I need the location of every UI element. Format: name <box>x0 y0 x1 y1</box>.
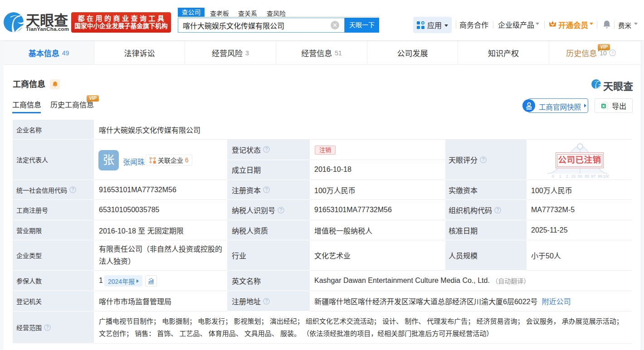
svg-text:?: ? <box>497 207 499 212</box>
svg-text:2: 2 <box>566 174 568 179</box>
svg-text:?: ? <box>72 187 74 192</box>
svg-text:97: 97 <box>591 174 595 179</box>
svg-text:?: ? <box>265 298 268 303</box>
svg-text:?: ? <box>280 207 283 212</box>
svg-text:?: ? <box>265 187 268 192</box>
svg-text:15: 15 <box>571 174 576 179</box>
svg-text:100: 100 <box>603 174 609 179</box>
svg-text:1: 1 <box>559 174 561 179</box>
svg-text:?: ? <box>482 157 485 162</box>
svg-text:?: ? <box>611 51 614 55</box>
svg-text:99: 99 <box>598 174 602 179</box>
svg-text:0: 0 <box>551 174 554 179</box>
svg-text:?: ? <box>265 147 268 152</box>
svg-text:50: 50 <box>578 174 582 179</box>
svg-text:?: ? <box>46 325 49 330</box>
svg-text:85: 85 <box>585 174 589 179</box>
